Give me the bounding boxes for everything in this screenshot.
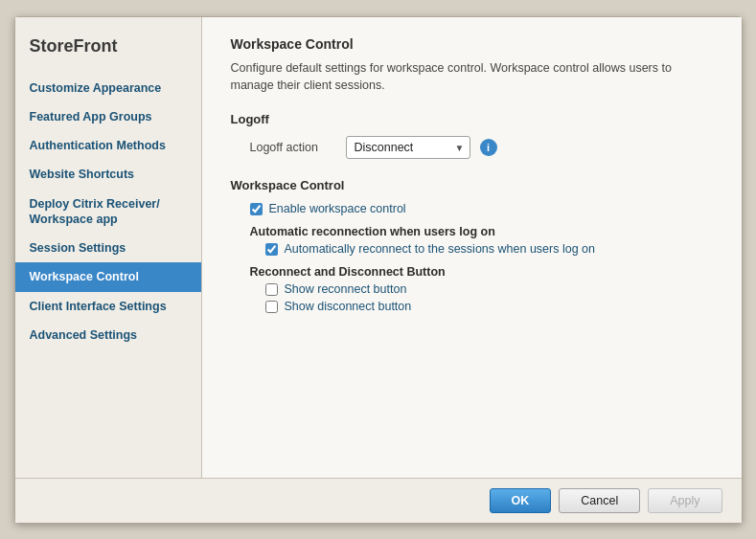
sidebar-item-workspace-control[interactable]: Workspace Control <box>15 262 201 291</box>
main-window: StoreFront Customize Appearance Featured… <box>14 16 743 524</box>
footer: OK Cancel Apply <box>15 478 742 523</box>
sidebar-title: StoreFront <box>15 27 201 74</box>
sidebar-item-deploy-citrix-receiver[interactable]: Deploy Citrix Receiver/ Workspace app <box>15 190 201 235</box>
show-disconnect-label[interactable]: Show disconnect button <box>285 300 412 313</box>
show-reconnect-checkbox[interactable] <box>265 283 278 296</box>
reconnect-disconnect-heading: Reconnect and Disconnect Button <box>250 265 713 279</box>
sidebar-item-website-shortcuts[interactable]: Website Shortcuts <box>15 160 201 189</box>
sidebar-item-customize-appearance[interactable]: Customize Appearance <box>15 74 201 102</box>
enable-workspace-control-label[interactable]: Enable workspace control <box>269 202 406 215</box>
sidebar-item-advanced-settings[interactable]: Advanced Settings <box>15 321 201 349</box>
logoff-action-label: Logoff action <box>250 141 336 154</box>
logoff-row: Logoff action Disconnect Log off None ▼ … <box>250 136 713 159</box>
logoff-action-dropdown[interactable]: Disconnect Log off None <box>346 136 470 159</box>
auto-reconnect-checkbox[interactable] <box>265 243 278 256</box>
sidebar-item-authentication-methods[interactable]: Authentication Methods <box>15 131 201 160</box>
sidebar-item-featured-app-groups[interactable]: Featured App Groups <box>15 102 201 131</box>
page-description: Configure default settings for workspace… <box>231 59 691 96</box>
enable-workspace-control-row: Enable workspace control <box>250 202 713 215</box>
auto-reconnect-row: Automatically reconnect to the sessions … <box>265 242 713 256</box>
show-reconnect-label[interactable]: Show reconnect button <box>285 282 407 296</box>
logoff-action-dropdown-wrapper: Disconnect Log off None ▼ <box>346 136 470 159</box>
apply-button[interactable]: Apply <box>648 488 722 513</box>
logoff-section-label: Logoff <box>231 112 713 126</box>
ok-button[interactable]: OK <box>490 488 552 513</box>
sidebar-item-session-settings[interactable]: Session Settings <box>15 234 201 262</box>
auto-reconnect-label[interactable]: Automatically reconnect to the sessions … <box>285 242 595 256</box>
sidebar-item-client-interface-settings[interactable]: Client Interface Settings <box>15 292 201 321</box>
show-disconnect-checkbox[interactable] <box>265 301 278 313</box>
info-icon: i <box>480 139 497 156</box>
sidebar: StoreFront Customize Appearance Featured… <box>15 17 202 478</box>
enable-workspace-control-checkbox[interactable] <box>250 203 263 215</box>
show-disconnect-row: Show disconnect button <box>265 300 713 313</box>
workspace-control-section-label: Workspace Control <box>231 178 713 192</box>
window-body: StoreFront Customize Appearance Featured… <box>15 17 742 478</box>
show-reconnect-row: Show reconnect button <box>265 282 713 296</box>
workspace-section: Enable workspace control Automatic recon… <box>231 202 713 313</box>
auto-reconnect-heading: Automatic reconnection when users log on <box>250 225 713 238</box>
cancel-button[interactable]: Cancel <box>559 488 640 513</box>
main-content: Workspace Control Configure default sett… <box>202 17 742 478</box>
page-title: Workspace Control <box>231 36 713 52</box>
